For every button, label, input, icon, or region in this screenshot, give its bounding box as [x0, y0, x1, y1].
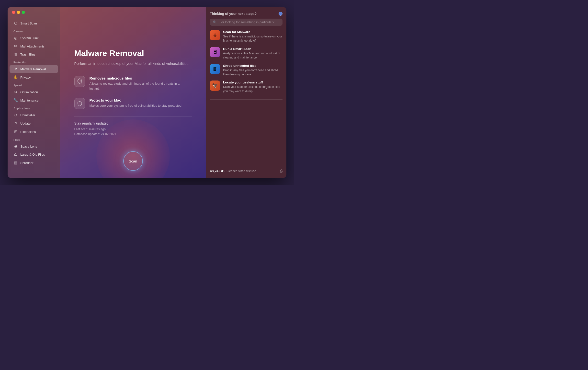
uninstaller-icon: ⊖ — [13, 113, 18, 117]
panel-divider — [210, 99, 283, 100]
shredder-label: Shredder — [20, 161, 33, 165]
large-files-icon: 🗂 — [13, 152, 18, 157]
sidebar-item-smart-scan[interactable]: ⬡ Smart Scan — [10, 19, 58, 27]
feature-protect-title: Protects your Mac — [90, 98, 182, 102]
feature-malicious-text: Removes malicious files Allows to review… — [90, 76, 192, 91]
action-locate-icon: 🦅 — [210, 81, 220, 91]
last-scan-text: Last scan: minutes ago — [74, 127, 192, 132]
panel-action-shred[interactable]: 🗑 Shred unneeded files Drop in any files… — [210, 64, 283, 77]
sidebar-item-maintenance[interactable]: 🔧 Maintenance — [10, 96, 58, 104]
action-malware-title: Scan for Malware — [223, 30, 283, 34]
optimization-icon: ⚙ — [13, 90, 18, 94]
svg-point-1 — [80, 81, 81, 81]
panel-action-malware[interactable]: ☣ Scan for Malware See if there is any m… — [210, 30, 283, 43]
action-locate-title: Locate your useless stuff — [223, 81, 283, 84]
trash-icon: 🗑 — [13, 52, 18, 57]
feature-malicious-title: Removes malicious files — [90, 76, 192, 80]
trash-bins-label: Trash Bins — [20, 53, 35, 56]
system-junk-label: System Junk — [20, 36, 38, 40]
app-window: ⬡ Smart Scan Cleanup ◎ System Junk ✉ Mai… — [8, 7, 286, 178]
monitor-icon: 🖥 — [213, 49, 217, 55]
section-protection: Protection — [8, 58, 60, 65]
sidebar-item-updater[interactable]: ↻ Updater — [10, 119, 58, 127]
panel-footer: 48,24 GB Cleaned since first use ⎙ — [210, 169, 283, 173]
shred-file-icon: 🗑 — [213, 66, 217, 72]
search-placeholder-text: ...or looking for something in particula… — [219, 20, 274, 24]
panel-header: Thinking of your next steps? — [210, 12, 283, 16]
space-lens-icon: ◉ — [13, 144, 18, 149]
maintenance-label: Maintenance — [20, 99, 38, 102]
scan-button[interactable]: Scan — [123, 151, 143, 171]
action-shred-text: Shred unneeded files Drop in any files y… — [223, 64, 283, 77]
section-files: Files — [8, 136, 60, 142]
main-card: Malware Removal Perform an in-depth chec… — [74, 48, 192, 137]
sidebar-item-optimization[interactable]: ⚙ Optimization — [10, 88, 58, 96]
locate-icon: 🦅 — [212, 83, 218, 89]
action-locate-text: Locate your useless stuff Scan your Mac … — [223, 81, 283, 93]
sidebar-item-malware-removal[interactable]: ☣ Malware Removal — [10, 65, 58, 73]
sidebar-item-trash-bins[interactable]: 🗑 Trash Bins — [10, 51, 58, 58]
smart-scan-icon: ⬡ — [13, 21, 18, 25]
sidebar-item-space-lens[interactable]: ◉ Space Lens — [10, 142, 58, 150]
main-content: Malware Removal Perform an in-depth chec… — [60, 7, 206, 178]
action-malware-icon: ☣ — [210, 30, 220, 40]
action-malware-desc: See if there is any malicious software o… — [223, 35, 283, 43]
action-locate-desc: Scan your Mac for all kinds of forgotten… — [223, 85, 283, 93]
sidebar-item-extensions[interactable]: ⊞ Extensions — [10, 128, 58, 136]
malware-removal-label: Malware Removal — [20, 67, 46, 71]
page-title: Malware Removal — [74, 48, 192, 58]
mail-icon: ✉ — [13, 44, 18, 48]
content-divider — [74, 116, 192, 116]
action-smart-desc: Analyze your entire Mac and run a full s… — [223, 51, 283, 60]
action-smart-text: Run a Smart Scan Analyze your entire Mac… — [223, 47, 283, 60]
sidebar-item-large-old-files[interactable]: 🗂 Large & Old Files — [10, 151, 58, 158]
search-icon: 🔍 — [213, 20, 217, 24]
sidebar-item-uninstaller[interactable]: ⊖ Uninstaller — [10, 111, 58, 119]
feature-malicious-icon — [74, 76, 85, 87]
panel-search-bar[interactable]: 🔍 ...or looking for something in particu… — [210, 19, 283, 26]
maintenance-icon: 🔧 — [13, 98, 18, 103]
feature-malicious-desc: Allows to review, study and eliminate al… — [90, 81, 192, 91]
extensions-icon: ⊞ — [13, 129, 18, 134]
action-shred-desc: Drop in any files you don't need and shr… — [223, 68, 283, 77]
minimize-button[interactable] — [17, 11, 20, 14]
updater-label: Updater — [20, 122, 32, 125]
large-old-files-label: Large & Old Files — [20, 153, 45, 156]
traffic-lights — [12, 11, 25, 14]
panel-action-locate[interactable]: 🦅 Locate your useless stuff Scan your Ma… — [210, 81, 283, 93]
stay-updated-section: Stay regularly updated: Last scan: minut… — [74, 121, 192, 137]
biohazard-icon: ☣ — [213, 32, 217, 38]
cleaned-label: Cleaned since first use — [226, 169, 256, 173]
mail-attachments-label: Mail Attachments — [20, 45, 45, 48]
action-smart-icon: 🖥 — [210, 47, 220, 57]
share-icon[interactable]: ⎙ — [280, 169, 283, 173]
malware-icon: ☣ — [13, 67, 18, 71]
sidebar-item-system-junk[interactable]: ◎ System Junk — [10, 34, 58, 42]
section-speed: Speed — [8, 81, 60, 88]
panel-dot[interactable] — [279, 12, 283, 16]
updater-icon: ↻ — [13, 121, 18, 126]
shredder-icon: ▤ — [13, 161, 18, 165]
sidebar: ⬡ Smart Scan Cleanup ◎ System Junk ✉ Mai… — [8, 7, 60, 178]
feature-protect-text: Protects your Mac Makes sure your system… — [90, 98, 182, 108]
smart-scan-label: Smart Scan — [20, 22, 37, 25]
svg-point-0 — [79, 81, 79, 81]
action-smart-title: Run a Smart Scan — [223, 47, 283, 51]
sidebar-item-privacy[interactable]: ✋ Privacy — [10, 73, 58, 81]
action-shred-icon: 🗑 — [210, 64, 220, 74]
cleaned-size: 48,24 GB — [210, 169, 225, 173]
system-junk-icon: ◎ — [13, 36, 18, 40]
section-applications: Applications — [8, 104, 60, 111]
fullscreen-button[interactable] — [22, 11, 25, 14]
feature-item-protect: Protects your Mac Makes sure your system… — [74, 98, 192, 109]
scan-button-wrapper: Scan — [123, 151, 143, 171]
sidebar-item-shredder[interactable]: ▤ Shredder — [10, 159, 58, 167]
stay-updated-title: Stay regularly updated: — [74, 121, 192, 125]
space-lens-label: Space Lens — [20, 145, 37, 148]
sidebar-item-mail-attachments[interactable]: ✉ Mail Attachments — [10, 42, 58, 50]
panel-action-smart-scan[interactable]: 🖥 Run a Smart Scan Analyze your entire M… — [210, 47, 283, 60]
right-panel: Thinking of your next steps? 🔍 ...or loo… — [206, 7, 286, 178]
action-malware-text: Scan for Malware See if there is any mal… — [223, 30, 283, 43]
db-updated-text: Database updated: 24.02.2021 — [74, 132, 192, 137]
close-button[interactable] — [12, 11, 15, 14]
